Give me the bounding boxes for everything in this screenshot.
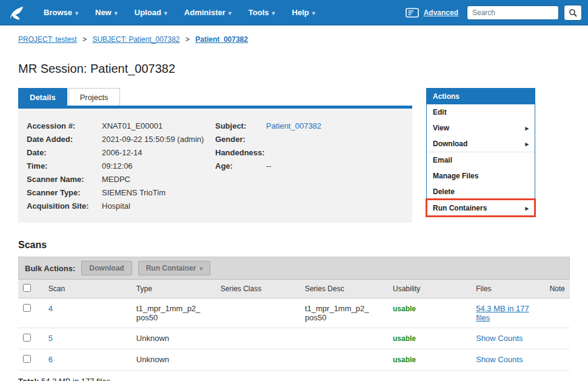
breadcrumb: PROJECT: testest > SUBJECT: Patient_0073… <box>18 35 570 44</box>
chevron-down-icon <box>229 8 232 17</box>
menu-new[interactable]: New <box>87 0 126 25</box>
bulk-actions-label: Bulk Actions: <box>25 264 75 273</box>
nav-right: Advanced <box>406 5 582 21</box>
menu-help[interactable]: Help <box>284 0 324 25</box>
search-button[interactable] <box>564 5 582 21</box>
chevron-down-icon <box>312 8 315 17</box>
top-nav: Browse New Upload Administer Tools Help … <box>0 0 588 25</box>
show-counts-link[interactable]: Show Counts <box>476 334 523 343</box>
menu-upload[interactable]: Upload <box>126 0 176 25</box>
select-all-checkbox[interactable] <box>23 284 31 292</box>
chevron-down-icon <box>272 8 275 17</box>
bulk-download-button[interactable]: Download <box>81 261 132 275</box>
actions-menu: Actions Edit View Download Email Manage … <box>426 88 535 217</box>
field-accession: Accession #: XNAT01_E00001 <box>27 120 215 133</box>
page-title: MR Session: Patient_007382 <box>18 62 570 76</box>
chevron-down-icon <box>75 8 78 17</box>
breadcrumb-subject-link[interactable]: SUBJECT: Patient_007382 <box>92 35 179 44</box>
scan-row-checkbox[interactable] <box>23 304 31 312</box>
scans-table: Scan Type Series Class Series Desc Usabi… <box>18 280 570 371</box>
breadcrumb-separator: > <box>185 35 190 44</box>
usability-badge: usable <box>393 334 416 343</box>
chevron-right-icon <box>525 204 529 212</box>
menu-new-label: New <box>95 8 112 17</box>
chevron-down-icon <box>199 264 202 272</box>
scan-type: Unknown <box>136 355 169 364</box>
field-gender: Gender: <box>215 133 404 146</box>
field-acquisition-site: Acquisition Site: Hospital <box>27 200 215 213</box>
field-handedness: Handedness: <box>215 146 404 160</box>
chevron-down-icon <box>164 8 167 17</box>
action-run-containers[interactable]: Run Containers <box>427 200 535 216</box>
action-email[interactable]: Email <box>427 152 535 168</box>
menu-tools[interactable]: Tools <box>240 0 284 25</box>
scans-table-block: Bulk Actions: Download Run Container Sca… <box>18 257 570 371</box>
breadcrumb-session-link[interactable]: Patient_007382 <box>195 35 248 44</box>
col-series-class: Series Class <box>216 280 300 298</box>
xnat-logo-icon[interactable] <box>6 3 27 22</box>
scan-row: 6 Unknown usable Show Counts <box>18 349 570 371</box>
scan-id-link[interactable]: 5 <box>48 334 53 343</box>
col-series-desc: Series Desc <box>300 280 388 298</box>
scan-type: t1_mpr_1mm_p2_pos50 <box>136 304 204 322</box>
tab-bar: Details Projects <box>18 88 412 106</box>
field-date-added: Date Added: 2021-09-22 15:50:59 (admin) <box>27 133 215 146</box>
tab-projects[interactable]: Projects <box>68 88 120 106</box>
menu-administer-label: Administer <box>184 8 226 17</box>
field-scanner-type: Scanner Type: SIEMENS TrioTim <box>27 186 215 200</box>
col-usability: Usability <box>388 280 471 298</box>
usability-badge: usable <box>393 305 416 313</box>
scans-heading: Scans <box>18 240 570 251</box>
field-scanner-name: Scanner Name: MEDPC <box>27 173 215 186</box>
scan-row-checkbox[interactable] <box>23 334 31 342</box>
scan-type: Unknown <box>136 334 169 343</box>
menu-browse-label: Browse <box>44 8 72 17</box>
action-delete[interactable]: Delete <box>427 184 535 200</box>
chevron-right-icon <box>525 140 529 148</box>
col-note: Note <box>545 280 570 298</box>
breadcrumb-separator: > <box>82 35 87 44</box>
chevron-down-icon <box>115 8 118 17</box>
field-age: Age: -- <box>215 160 404 173</box>
total-label: Total: <box>18 377 39 381</box>
tab-details[interactable]: Details <box>18 88 67 106</box>
scans-header-row: Scan Type Series Class Series Desc Usabi… <box>18 280 570 298</box>
files-link[interactable]: 54.3 MB in 177 files <box>476 304 529 322</box>
bulk-actions-bar: Bulk Actions: Download Run Container <box>18 257 570 280</box>
scan-id-link[interactable]: 4 <box>48 304 53 313</box>
subject-link[interactable]: Patient_007382 <box>266 120 321 133</box>
scan-series-desc: t1_mpr_1mm_p2_pos50 <box>305 304 373 322</box>
scan-row-checkbox[interactable] <box>23 355 31 363</box>
field-time: Time: 09:12:06 <box>27 160 215 173</box>
details-panel: Accession #: XNAT01_E00001 Date Added: 2… <box>18 109 412 223</box>
action-manage-files[interactable]: Manage Files <box>427 168 535 184</box>
col-type: Type <box>132 280 216 298</box>
total-size-link[interactable]: 54.3 MB in 177 files <box>41 377 110 381</box>
menu-help-label: Help <box>292 8 309 17</box>
field-date: Date: 2006-12-14 <box>27 146 215 160</box>
menu-upload-label: Upload <box>135 8 161 17</box>
usability-badge: usable <box>393 356 416 364</box>
bulk-run-container-button[interactable]: Run Container <box>138 261 211 275</box>
advanced-search-icon[interactable] <box>406 8 419 18</box>
action-download[interactable]: Download <box>427 136 535 152</box>
menu-administer[interactable]: Administer <box>176 0 240 25</box>
details-column-left: Accession #: XNAT01_E00001 Date Added: 2… <box>27 120 215 213</box>
action-view[interactable]: View <box>427 120 535 136</box>
session-row: Details Projects Accession #: XNAT01_E00… <box>18 88 570 223</box>
search-input[interactable] <box>467 5 559 20</box>
scan-row: 4 t1_mpr_1mm_p2_pos50 t1_mpr_1mm_p2_pos5… <box>18 298 570 328</box>
search-icon <box>569 8 577 17</box>
session-details-section: Details Projects Accession #: XNAT01_E00… <box>18 88 412 223</box>
action-edit[interactable]: Edit <box>427 104 535 120</box>
advanced-link[interactable]: Advanced <box>424 8 458 17</box>
scans-total: Total: 54.3 MB in 177 files <box>18 377 570 381</box>
breadcrumb-project-link[interactable]: PROJECT: testest <box>18 35 77 44</box>
details-column-right: Subject: Patient_007382 Gender: Handedne… <box>215 120 404 213</box>
show-counts-link[interactable]: Show Counts <box>476 355 523 364</box>
col-files: Files <box>471 280 544 298</box>
menu-browse[interactable]: Browse <box>35 0 87 25</box>
scan-id-link[interactable]: 6 <box>48 355 53 364</box>
col-scan: Scan <box>44 280 132 298</box>
scan-row: 5 Unknown usable Show Counts <box>18 328 570 349</box>
